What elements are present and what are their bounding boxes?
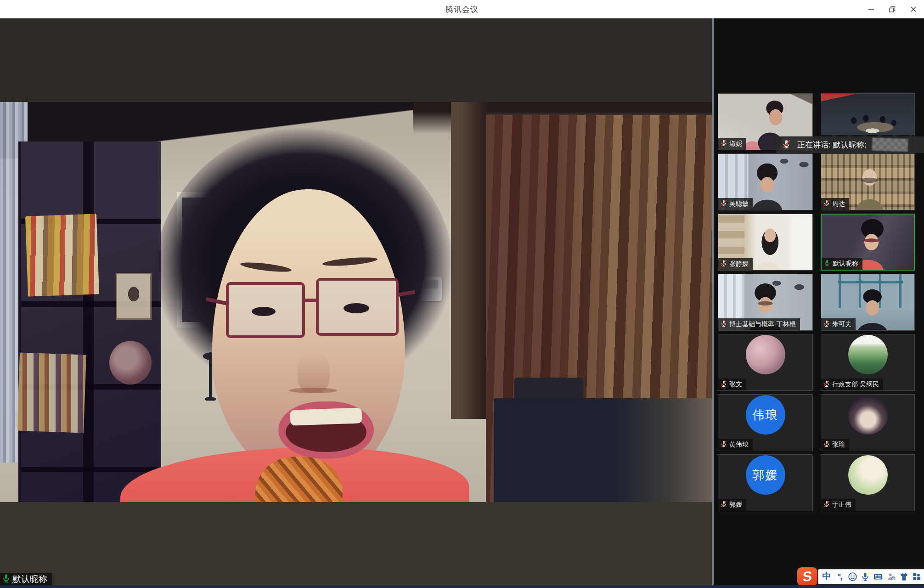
participant-name-label: 张瑜 <box>821 439 849 451</box>
restore-icon <box>889 6 896 13</box>
minimize-button[interactable] <box>861 0 882 18</box>
participants-sidebar: 淑妮吴聪敏周达张静媛默认昵称博士基础与概率-丁林根朱可夫张文行政支部 吴纲民伟琅… <box>714 18 924 588</box>
participant-tile-3[interactable]: 吴聪敏 <box>718 153 813 210</box>
participant-tile-10[interactable]: 行政支部 吴纲民 <box>821 334 915 391</box>
sogou-logo[interactable]: S <box>797 567 817 586</box>
participant-tile-14[interactable]: 于正伟 <box>821 454 915 511</box>
meeting-content: 默认昵称 淑妮吴聪敏周达张静媛默认昵称博士基础与概率-丁林根朱可夫张文行政支部 … <box>0 18 924 588</box>
window-controls <box>861 0 924 18</box>
emoji-icon[interactable] <box>846 571 858 582</box>
mic-muted-icon <box>720 320 727 329</box>
participant-name-label: 博士基础与概率-丁林根 <box>718 318 800 330</box>
apps-grid-icon[interactable] <box>911 571 923 582</box>
participant-name-label: 默认昵称 <box>822 258 862 270</box>
mic-muted-icon <box>823 440 830 449</box>
speaker-eye-right <box>344 303 369 313</box>
participant-name-label: 行政支部 吴纲民 <box>821 379 883 390</box>
letterbox-bottom <box>0 502 712 588</box>
participant-tile-13[interactable]: 郭媛郭媛 <box>718 454 813 511</box>
avatar-image <box>746 335 785 374</box>
participant-tile-11[interactable]: 伟琅黄伟琅 <box>718 394 813 451</box>
main-speaker-name-tag: 默认昵称 <box>0 573 52 585</box>
keyboard-icon[interactable] <box>872 571 884 582</box>
participant-name-label: 淑妮 <box>718 138 746 150</box>
participant-name-label: 周达 <box>821 198 849 210</box>
participant-name: 张瑜 <box>832 441 845 449</box>
book-spines-lower <box>17 353 86 433</box>
main-speaker-pane[interactable]: 默认昵称 <box>0 18 712 588</box>
blurred-region <box>872 138 908 152</box>
desk-shadow <box>494 398 712 502</box>
speaker-nose-shadow <box>289 388 337 393</box>
door-frame <box>451 102 487 419</box>
participant-name: 张文 <box>729 380 742 389</box>
participant-tile-5[interactable]: 张静媛 <box>718 214 813 271</box>
participant-name: 黄伟琅 <box>729 441 749 449</box>
mic-active-icon <box>823 259 831 268</box>
glasses-bridge <box>302 299 319 302</box>
participant-name-label: 张文 <box>718 379 746 390</box>
participant-tile-6[interactable]: 默认昵称 <box>821 214 915 271</box>
participant-name-label: 郭媛 <box>718 499 746 511</box>
participant-name: 淑妮 <box>729 140 742 148</box>
participant-name: 周达 <box>832 200 845 208</box>
mic-muted-icon <box>823 199 830 209</box>
mic-muted-icon <box>720 440 727 449</box>
ime-toolbar: S 中°, <box>797 567 924 586</box>
toolbox-icon[interactable] <box>885 571 897 582</box>
participant-tile-8[interactable]: 朱可夫 <box>821 274 915 331</box>
participant-name-label: 朱可夫 <box>821 318 856 330</box>
restore-button[interactable] <box>882 0 903 18</box>
main-speaker-name: 默认昵称 <box>12 573 47 585</box>
chinese-mode-icon[interactable]: 中 <box>821 571 833 582</box>
participant-tile-9[interactable]: 张文 <box>718 334 813 391</box>
participant-name-label: 吴聪敏 <box>718 198 753 210</box>
participant-name: 于正伟 <box>832 501 851 509</box>
mic-muted-icon <box>823 500 830 509</box>
mic-muted-icon <box>782 139 791 151</box>
avatar-initials: 伟琅 <box>746 395 785 435</box>
letterbox-top <box>0 18 712 102</box>
titlebar: 腾讯会议 <box>0 0 924 18</box>
ime-icon-bar: 中°, <box>818 569 924 584</box>
mic-muted-icon <box>720 199 727 209</box>
speaker-eye-left <box>252 307 276 316</box>
participant-name-label: 张静媛 <box>718 258 753 270</box>
participant-name: 博士基础与概率-丁林根 <box>729 320 796 328</box>
book-spines-upper <box>25 214 99 296</box>
participant-name: 默认昵称 <box>833 260 858 268</box>
photo-frame <box>116 273 152 320</box>
participant-name: 朱可夫 <box>832 320 851 328</box>
mic-muted-icon <box>720 260 727 269</box>
mic-muted-icon <box>720 380 727 389</box>
mic-muted-icon <box>823 380 830 389</box>
speaking-toast: 正在讲话: 默认昵称; <box>776 136 924 153</box>
avatar-initials: 郭媛 <box>746 455 785 495</box>
participant-grid: 淑妮吴聪敏周达张静媛默认昵称博士基础与概率-丁林根朱可夫张文行政支部 吴纲民伟琅… <box>718 93 915 511</box>
punctuation-icon[interactable]: °, <box>834 571 845 582</box>
participant-tile-4[interactable]: 周达 <box>821 153 915 210</box>
main-speaker-video[interactable] <box>0 102 712 502</box>
close-button[interactable] <box>903 0 924 18</box>
mic-muted-icon <box>823 320 830 329</box>
avatar-image <box>848 335 888 374</box>
sogou-logo-letter: S <box>802 568 812 585</box>
participant-name: 吴聪敏 <box>729 200 749 208</box>
bookshelf <box>18 141 161 502</box>
window-title: 腾讯会议 <box>445 4 479 15</box>
decorative-plate <box>109 341 152 384</box>
participant-name: 张静媛 <box>729 260 749 268</box>
participant-name-label: 于正伟 <box>821 499 856 511</box>
participant-name: 郭媛 <box>729 501 742 509</box>
voice-input-icon[interactable] <box>859 571 871 582</box>
participant-name-label: 黄伟琅 <box>718 439 753 451</box>
participant-tile-12[interactable]: 张瑜 <box>821 394 915 451</box>
avatar-image <box>848 395 888 435</box>
mic-active-icon <box>1 573 11 585</box>
speaker-teeth <box>290 407 362 425</box>
participant-tile-7[interactable]: 博士基础与概率-丁林根 <box>718 274 813 331</box>
skin-icon[interactable] <box>898 571 910 582</box>
taskbar-edge <box>0 585 924 588</box>
minimize-icon <box>868 6 875 13</box>
speaking-toast-text: 正在讲话: 默认昵称; <box>797 140 866 150</box>
